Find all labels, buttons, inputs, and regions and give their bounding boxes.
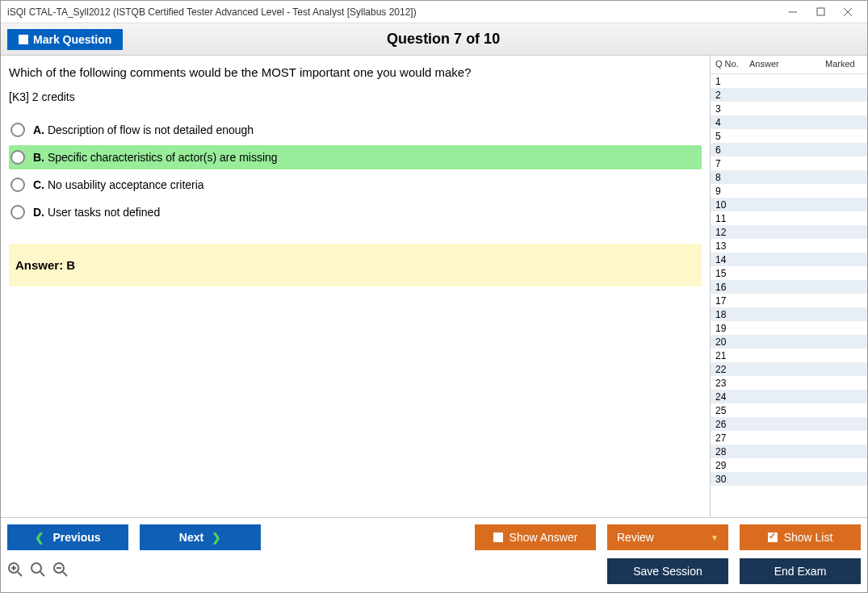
question-list-panel: Q No. Answer Marked 12345678910111213141… <box>710 56 867 517</box>
list-row[interactable]: 13 <box>711 239 867 253</box>
list-row[interactable]: 24 <box>711 390 867 403</box>
checkbox-checked-icon <box>768 532 778 542</box>
list-row[interactable]: 22 <box>711 362 867 376</box>
option-label: C. No usability acceptance criteria <box>33 178 204 191</box>
list-row[interactable]: 10 <box>711 198 867 211</box>
list-row[interactable]: 1 <box>711 74 867 88</box>
show-list-label: Show List <box>784 531 833 544</box>
zoom-controls <box>7 562 69 582</box>
option-b[interactable]: B. Specific characteristics of actor(s) … <box>9 145 702 169</box>
option-label: D. User tasks not defined <box>33 206 160 219</box>
footer: ❮ Previous Next ❯ Show Answer Review ▼ S… <box>1 517 867 592</box>
list-row[interactable]: 18 <box>711 307 867 321</box>
list-row[interactable]: 7 <box>711 157 867 170</box>
footer-nav-row: ❮ Previous Next ❯ Show Answer Review ▼ S… <box>7 524 861 550</box>
list-row[interactable]: 12 <box>711 225 867 239</box>
list-row[interactable]: 6 <box>711 143 867 157</box>
list-row[interactable]: 17 <box>711 294 867 307</box>
chevron-right-icon: ❯ <box>212 531 221 544</box>
chevron-left-icon: ❮ <box>35 531 44 544</box>
radio-icon <box>10 205 25 219</box>
list-row[interactable]: 11 <box>711 211 867 225</box>
list-row[interactable]: 4 <box>711 115 867 129</box>
list-row[interactable]: 26 <box>711 417 867 431</box>
main-area: Which of the following comments would be… <box>1 56 867 517</box>
option-a[interactable]: A. Description of flow is not detailed e… <box>9 118 702 142</box>
radio-icon <box>10 150 25 165</box>
save-session-button[interactable]: Save Session <box>607 558 728 584</box>
question-pane: Which of the following comments would be… <box>1 56 710 517</box>
list-row[interactable]: 27 <box>711 431 867 445</box>
svg-line-9 <box>40 572 44 576</box>
titlebar: iSQI CTAL-TA_Syll2012 (ISTQB Certified T… <box>1 1 867 23</box>
show-list-button[interactable]: Show List <box>740 524 861 550</box>
list-row[interactable]: 2 <box>711 88 867 102</box>
col-answer: Answer <box>749 59 825 69</box>
close-icon[interactable] <box>841 6 854 19</box>
next-button[interactable]: Next ❯ <box>140 524 261 550</box>
svg-line-5 <box>18 572 22 576</box>
list-row[interactable]: 3 <box>711 102 867 115</box>
question-list[interactable]: 1234567891011121314151617181920212223242… <box>711 74 867 517</box>
review-dropdown[interactable]: Review ▼ <box>607 524 728 550</box>
svg-line-11 <box>63 572 67 576</box>
question-counter: Question 7 of 10 <box>123 31 861 48</box>
minimize-icon[interactable] <box>786 6 799 19</box>
end-exam-button[interactable]: End Exam <box>740 558 861 584</box>
list-row[interactable]: 14 <box>711 253 867 266</box>
zoom-reset-icon[interactable] <box>30 562 46 582</box>
question-text: Which of the following comments would be… <box>9 65 702 79</box>
footer-tools-row: Save Session End Exam <box>7 558 861 584</box>
col-marked: Marked <box>825 59 866 69</box>
show-answer-button[interactable]: Show Answer <box>475 524 596 550</box>
mark-question-button[interactable]: Mark Question <box>7 29 123 50</box>
header-bar: Mark Question Question 7 of 10 <box>1 23 867 56</box>
option-label: B. Specific characteristics of actor(s) … <box>33 151 278 164</box>
chevron-down-icon: ▼ <box>711 533 719 542</box>
next-label: Next <box>179 531 203 544</box>
app-window: iSQI CTAL-TA_Syll2012 (ISTQB Certified T… <box>0 0 868 593</box>
list-row[interactable]: 25 <box>711 403 867 417</box>
list-row[interactable]: 9 <box>711 184 867 198</box>
list-row[interactable]: 29 <box>711 458 867 472</box>
window-title: iSQI CTAL-TA_Syll2012 (ISTQB Certified T… <box>7 6 786 18</box>
list-row[interactable]: 23 <box>711 376 867 390</box>
list-row[interactable]: 15 <box>711 266 867 280</box>
checkbox-icon <box>19 35 28 44</box>
svg-rect-1 <box>817 8 824 15</box>
mark-question-label: Mark Question <box>33 33 111 46</box>
option-d[interactable]: D. User tasks not defined <box>9 200 702 224</box>
list-row[interactable]: 28 <box>711 445 867 458</box>
show-answer-label: Show Answer <box>509 531 578 544</box>
radio-icon <box>10 123 25 137</box>
list-header: Q No. Answer Marked <box>711 56 867 74</box>
list-row[interactable]: 16 <box>711 280 867 294</box>
maximize-icon[interactable] <box>814 6 827 19</box>
window-controls <box>786 6 861 19</box>
col-qno: Q No. <box>715 59 749 69</box>
option-c[interactable]: C. No usability acceptance criteria <box>9 173 702 197</box>
list-row[interactable]: 21 <box>711 349 867 362</box>
radio-icon <box>10 177 25 192</box>
review-label: Review <box>617 531 654 544</box>
answer-box: Answer: B <box>9 244 702 286</box>
list-row[interactable]: 30 <box>711 472 867 486</box>
previous-button[interactable]: ❮ Previous <box>7 524 128 550</box>
svg-point-8 <box>31 563 41 573</box>
zoom-out-icon[interactable] <box>52 562 69 582</box>
list-row[interactable]: 20 <box>711 335 867 349</box>
list-row[interactable]: 8 <box>711 170 867 184</box>
list-row[interactable]: 19 <box>711 321 867 335</box>
zoom-in-icon[interactable] <box>7 562 23 582</box>
checkbox-icon <box>493 532 503 542</box>
question-credits: [K3] 2 credits <box>9 90 702 103</box>
previous-label: Previous <box>52 531 100 544</box>
option-label: A. Description of flow is not detailed e… <box>33 123 254 136</box>
list-row[interactable]: 5 <box>711 129 867 143</box>
